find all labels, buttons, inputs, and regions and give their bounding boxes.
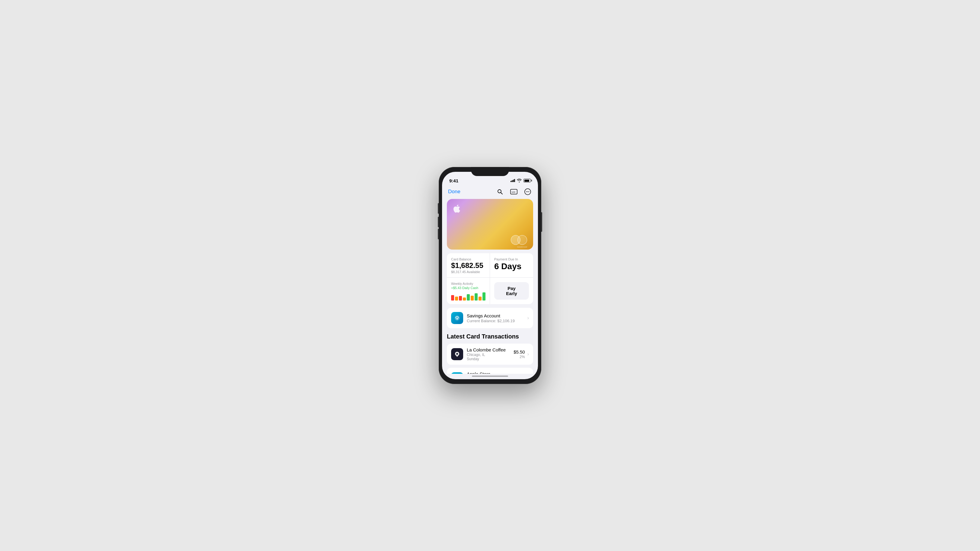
applestore-info: Apple Store Apple Pay Saturday [467,372,508,374]
applestore-name: Apple Store [467,372,508,374]
mastercard-label: mastercard [517,246,527,248]
chart-bar [459,296,462,300]
status-time: 9:41 [449,178,458,183]
card-balance-amount: $1,682.55 [451,262,485,270]
battery-icon [523,179,531,183]
weekly-activity-chart [451,291,485,300]
applestore-right: $168.94 3% [508,373,525,374]
chart-bar [471,296,474,301]
signal-icon [511,179,515,182]
search-icon [497,189,503,195]
lacolombe-name: La Colombe Coffee [467,347,514,353]
savings-subtitle: Current Balance: $2,106.19 [467,319,527,323]
savings-info: Savings Account Current Balance: $2,106.… [467,313,527,323]
chart-bar [479,297,482,301]
lacolombe-cashback: 2% [514,355,525,359]
nav-bar: Done 123 [442,185,538,199]
payment-due-cell: Payment Due In 6 Days [490,253,533,278]
lacolombe-detail: Chicago, IL Sunday [467,353,514,361]
nav-icons: 123 [496,187,532,196]
transaction-row-applestore[interactable]: Apple Store Apple Pay Saturday $168.94 3… [447,368,533,374]
svg-line-1 [501,193,502,194]
svg-text:123: 123 [511,191,515,194]
svg-point-10 [456,353,458,355]
card-balance-available: $8,317.45 Available [451,270,485,274]
card-icon: 123 [510,189,517,194]
notch [471,167,509,176]
weekly-activity-label: Weekly Activity [451,282,485,286]
savings-row[interactable]: Savings Account Current Balance: $2,106.… [447,308,533,328]
savings-icon [451,312,463,324]
chart-bar [475,293,478,300]
search-button[interactable] [496,187,504,196]
transactions-section-title: Latest Card Transactions [447,333,533,340]
svg-point-5 [526,191,527,192]
pay-early-cell: Pay Early [490,278,533,304]
applestore-icon [451,372,463,374]
savings-chevron-icon: › [527,315,529,321]
phone-screen: 9:41 [442,172,538,379]
lacolombe-amount: $5.50 [514,349,525,354]
pay-early-button[interactable]: Pay Early [494,282,529,300]
home-indicator [472,376,508,377]
payment-due-days: 6 Days [494,262,529,271]
apple-card: mastercard [447,199,533,249]
svg-point-6 [527,191,528,192]
apple-logo-icon [453,204,460,213]
svg-point-9 [457,319,457,320]
mastercard-logo [511,235,527,245]
card-balance-cell: Card Balance $1,682.55 $8,317.45 Availab… [447,253,490,278]
savings-title: Savings Account [467,313,527,318]
weekly-activity-cell: Weekly Activity +$5.43 Daily Cash [447,278,490,304]
info-grid: Card Balance $1,682.55 $8,317.45 Availab… [447,253,533,304]
phone-device: 9:41 [439,167,541,384]
applestore-amount: $168.94 [508,373,525,374]
lacolombe-icon [451,348,463,360]
chart-bar [451,295,454,300]
svg-point-7 [528,191,529,192]
chart-bar [467,294,470,300]
card-balance-label: Card Balance [451,257,485,261]
chart-bar [455,297,458,301]
weekly-activity-cashback: +$5.43 Daily Cash [451,286,485,290]
scroll-content[interactable]: mastercard Card Balance $1,682.55 $8,317… [442,199,538,374]
more-button[interactable] [523,187,532,196]
more-icon [524,188,531,195]
done-button[interactable]: Done [448,189,460,195]
card-number-button[interactable]: 123 [510,187,518,196]
chart-bar [463,297,466,301]
lacolombe-info: La Colombe Coffee Chicago, IL Sunday [467,347,514,361]
transaction-row[interactable]: La Colombe Coffee Chicago, IL Sunday $5.… [447,344,533,365]
payment-due-label: Payment Due In [494,257,529,261]
status-icons [511,179,531,183]
wifi-icon [517,179,522,183]
chart-bar [482,292,485,300]
lacolombe-chevron-icon: › [527,351,529,357]
lacolombe-right: $5.50 2% [514,349,525,359]
svg-point-0 [498,190,501,193]
